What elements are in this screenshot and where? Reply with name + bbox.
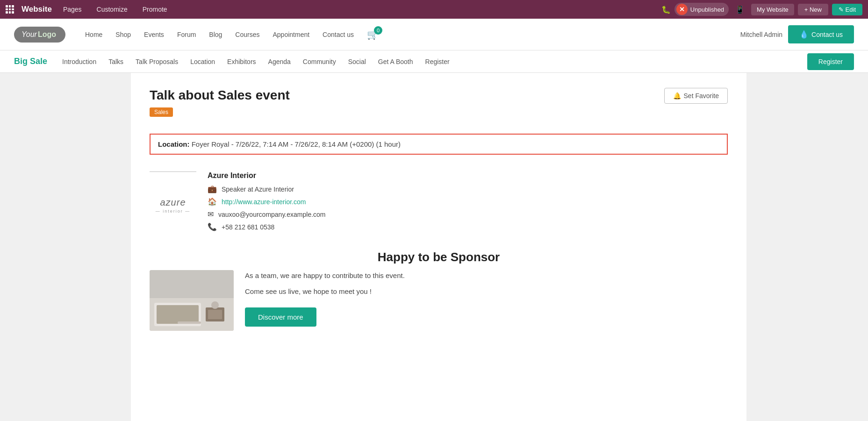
speaker-website-row: 🏠 http://www.azure-interior.com — [208, 197, 728, 206]
bell-icon: 🔔 — [673, 92, 681, 100]
nav-contact[interactable]: Contact us — [317, 27, 359, 42]
sidebar-left — [0, 73, 131, 421]
cart-icon-wrap[interactable]: 🛒 0 — [367, 29, 379, 40]
cart-badge: 0 — [374, 26, 382, 35]
sponsor-desc-2: Come see us live, we hope to meet you ! — [245, 286, 728, 297]
email-icon: ✉ — [208, 210, 214, 219]
mobile-icon[interactable]: 📱 — [735, 5, 745, 14]
event-subnav-links: Introduction Talks Talk Proposals Locati… — [57, 55, 807, 68]
svg-rect-1 — [150, 270, 234, 298]
unpublished-label: Unpublished — [690, 6, 724, 13]
azure-logo-line1: azure — [160, 197, 186, 208]
logo-logo: Logo — [38, 30, 56, 39]
register-button[interactable]: Register — [807, 53, 854, 70]
sidebar-right — [746, 73, 868, 421]
grid-menu-icon[interactable] — [6, 5, 14, 14]
set-favorite-button[interactable]: 🔔 Set Favorite — [664, 88, 728, 104]
sponsor-text-content: As a team, we are happy to contribute to… — [245, 270, 728, 327]
toggle-circle: ✕ — [676, 4, 688, 15]
admin-bar: Website Pages Customize Promote 🐛 ✕ Unpu… — [0, 0, 868, 19]
admin-nav-promote[interactable]: Promote — [139, 4, 171, 15]
nav-blog[interactable]: Blog — [203, 27, 228, 42]
subnav-community[interactable]: Community — [297, 55, 342, 68]
briefcase-icon: 💼 — [208, 185, 217, 193]
sponsor-desc-1: As a team, we are happy to contribute to… — [245, 270, 728, 281]
sponsor-image-inner — [150, 270, 234, 331]
site-nav-links: Home Shop Events Forum Blog Courses Appo… — [79, 27, 740, 42]
site-logo[interactable]: Your Logo — [14, 27, 65, 43]
speaker-phone-row: 📞 +58 212 681 0538 — [208, 222, 728, 231]
edit-button[interactable]: ✎ Edit — [832, 4, 862, 15]
contact-us-button[interactable]: 💧 Contact us — [788, 25, 854, 43]
contact-btn-label: Contact us — [811, 31, 843, 38]
svg-rect-7 — [178, 321, 201, 324]
subnav-talks[interactable]: Talks — [103, 55, 129, 68]
sponsor-layout: As a team, we are happy to contribute to… — [150, 270, 728, 331]
talk-title: Talk about Sales event — [150, 88, 728, 103]
logo-your: Your — [22, 30, 37, 39]
nav-courses[interactable]: Courses — [230, 27, 265, 42]
new-button[interactable]: + New — [798, 4, 828, 15]
subnav-talk-proposals[interactable]: Talk Proposals — [130, 55, 184, 68]
sponsor-title: Happy to be Sponsor — [150, 250, 728, 264]
sponsor-section: Happy to be Sponsor — [150, 250, 728, 331]
event-title[interactable]: Big Sale — [14, 57, 47, 66]
subnav-exhibitors[interactable]: Exhibitors — [222, 55, 261, 68]
nav-forum[interactable]: Forum — [172, 27, 201, 42]
content-area: 🔔 Set Favorite Talk about Sales event Sa… — [131, 73, 746, 421]
speaker-company-name: Azure Interior — [208, 171, 728, 180]
admin-nav-customize[interactable]: Customize — [93, 4, 131, 15]
admin-user-menu[interactable]: Mitchell Admin — [740, 31, 782, 38]
location-label: Location: — [158, 140, 190, 148]
drop-icon: 💧 — [799, 30, 809, 39]
nav-shop[interactable]: Shop — [110, 27, 136, 42]
speaker-role-row: 💼 Speaker at Azure Interior — [208, 185, 728, 193]
speaker-logo: azure — interior — — [150, 171, 196, 235]
my-website-button[interactable]: My Website — [751, 4, 794, 15]
nav-appointment[interactable]: Appointment — [267, 27, 316, 42]
svg-point-6 — [211, 301, 219, 309]
admin-title: Website — [22, 5, 52, 14]
svg-rect-5 — [208, 310, 222, 319]
home-icon: 🏠 — [208, 197, 217, 206]
publish-toggle[interactable]: ✕ Unpublished — [674, 3, 729, 16]
talk-header: 🔔 Set Favorite Talk about Sales event Sa… — [150, 88, 728, 126]
azure-logo-line2: — interior — — [156, 209, 191, 214]
svg-rect-3 — [157, 305, 199, 324]
nav-home[interactable]: Home — [79, 27, 108, 42]
speaker-phone: +58 212 681 0538 — [222, 223, 274, 231]
speaker-website[interactable]: http://www.azure-interior.com — [222, 198, 306, 206]
speaker-email-row: ✉ vauxoo@yourcompany.example.com — [208, 210, 728, 219]
admin-nav-pages[interactable]: Pages — [59, 4, 86, 15]
subnav-get-a-booth[interactable]: Get A Booth — [373, 55, 419, 68]
location-box: Location: Foyer Royal - 7/26/22, 7:14 AM… — [150, 134, 728, 155]
site-nav-right: Mitchell Admin 💧 Contact us — [740, 25, 854, 43]
subnav-social[interactable]: Social — [343, 55, 372, 68]
sponsor-image — [150, 270, 234, 331]
location-value: Foyer Royal - 7/26/22, 7:14 AM - 7/26/22… — [192, 140, 401, 148]
nav-events[interactable]: Events — [138, 27, 170, 42]
subnav-location[interactable]: Location — [185, 55, 221, 68]
site-navigation: Your Logo Home Shop Events Forum Blog Co… — [0, 19, 868, 50]
event-subnav: Big Sale Introduction Talks Talk Proposa… — [0, 50, 868, 73]
talk-tag: Sales — [150, 107, 173, 117]
speaker-email: vauxoo@yourcompany.example.com — [218, 211, 326, 218]
phone-icon: 📞 — [208, 222, 217, 231]
subnav-agenda[interactable]: Agenda — [263, 55, 296, 68]
azure-text: azure — [160, 197, 186, 207]
speaker-role: Speaker at Azure Interior — [222, 186, 294, 193]
speaker-section: azure — interior — Azure Interior 💼 Spea… — [150, 166, 728, 235]
subnav-register[interactable]: Register — [420, 55, 455, 68]
bug-icon[interactable]: 🐛 — [661, 5, 671, 14]
main-layout: 🔔 Set Favorite Talk about Sales event Sa… — [0, 73, 868, 421]
speaker-info: Azure Interior 💼 Speaker at Azure Interi… — [208, 171, 728, 235]
sponsor-illustration — [150, 270, 234, 331]
discover-more-button[interactable]: Discover more — [245, 307, 316, 327]
subnav-introduction[interactable]: Introduction — [57, 55, 102, 68]
toggle-x: ✕ — [679, 6, 685, 13]
set-favorite-label: Set Favorite — [684, 92, 719, 100]
